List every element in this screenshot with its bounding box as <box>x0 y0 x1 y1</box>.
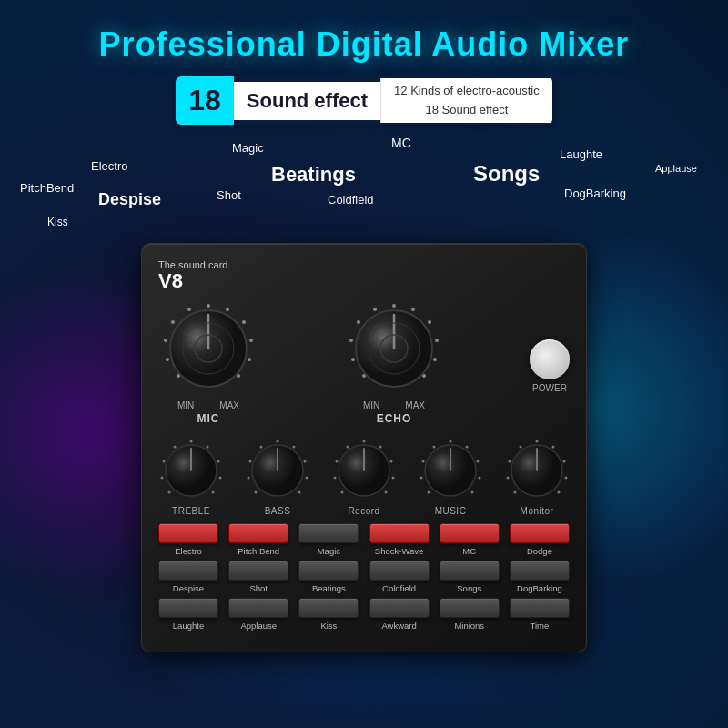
electro-btn-label: Electro <box>175 546 202 556</box>
btn-applause: Applause <box>228 598 288 631</box>
svg-point-55 <box>392 477 395 480</box>
svg-point-47 <box>248 477 250 480</box>
magic-pad[interactable] <box>298 523 359 543</box>
svg-point-78 <box>558 491 561 494</box>
label-songs: Songs <box>473 161 540 187</box>
dogbarking-pad[interactable] <box>510 561 570 581</box>
shot-pad[interactable] <box>228 561 288 581</box>
svg-point-15 <box>392 304 396 308</box>
echo-knob-dots <box>344 298 444 399</box>
time-btn-label: Time <box>531 621 550 631</box>
pitchbend-pad[interactable] <box>228 523 288 543</box>
label-applause: Applause <box>655 163 697 174</box>
echo-minmax-labels: MIN MAX <box>363 400 425 410</box>
shot-btn-label: Shot <box>249 583 268 593</box>
btn-songs: Songs <box>440 561 500 593</box>
record-label: Record <box>348 506 379 516</box>
btn-shot: Shot <box>228 561 288 593</box>
svg-point-71 <box>433 446 436 449</box>
time-pad[interactable] <box>510 598 570 618</box>
beatings-pad[interactable] <box>298 561 359 581</box>
btn-minions: Minions <box>440 598 500 631</box>
svg-point-34 <box>212 491 215 494</box>
mc-pad[interactable] <box>440 523 500 543</box>
coldfield-pad[interactable] <box>369 561 430 581</box>
label-mc: MC <box>391 136 411 150</box>
shockwave-pad[interactable] <box>369 523 430 543</box>
applause-btn-label: Applause <box>240 621 277 631</box>
mixer-device: The sound card V8 <box>141 243 587 652</box>
sound-badge: 18 Sound effect 12 Kinds of electro-acou… <box>176 76 552 125</box>
svg-point-23 <box>349 339 353 342</box>
svg-point-30 <box>190 440 193 443</box>
mic-knob-group: MIN MAX MIC <box>158 298 258 425</box>
svg-point-56 <box>385 491 388 494</box>
power-button[interactable] <box>530 339 570 379</box>
kiss-pad[interactable] <box>298 598 359 618</box>
svg-point-45 <box>298 491 301 494</box>
btn-coldfield: Coldfield <box>369 561 430 593</box>
btn-laughte: Laughte <box>158 598 218 631</box>
minions-pad[interactable] <box>440 598 500 618</box>
svg-point-2 <box>242 320 246 324</box>
despise-pad[interactable] <box>158 561 218 581</box>
svg-point-68 <box>428 491 430 494</box>
btn-beatings: Beatings <box>298 561 359 593</box>
svg-point-81 <box>509 460 511 463</box>
svg-point-69 <box>420 477 423 480</box>
svg-point-48 <box>249 460 252 463</box>
bass-knob: BASS <box>245 438 310 516</box>
svg-point-53 <box>379 446 382 449</box>
monitor-label: Monitor <box>521 506 554 516</box>
svg-point-16 <box>411 308 415 311</box>
buttons-section: Electro Pitch Bend Magic Shock-Wave MC <box>158 523 570 631</box>
mic-minmax-labels: MIN MAX <box>177 400 239 410</box>
label-electro: Electro <box>91 159 127 173</box>
kiss-btn-label: Kiss <box>320 621 337 631</box>
echo-label: ECHO <box>377 412 412 425</box>
echo-knob-svg <box>344 298 444 399</box>
btn-time: Time <box>510 598 570 631</box>
music-knob-svg <box>418 438 483 503</box>
shockwave-btn-label: Shock-Wave <box>375 546 424 556</box>
svg-point-64 <box>466 446 469 449</box>
floating-labels: Magic MC Electro PitchBend Beatings Song… <box>0 134 728 243</box>
btn-row-1: Electro Pitch Bend Magic Shock-Wave MC <box>158 523 570 556</box>
label-coldfield: Coldfield <box>328 193 374 207</box>
label-magic: Magic <box>232 141 264 155</box>
record-knob-svg <box>331 438 397 503</box>
svg-point-17 <box>428 320 431 324</box>
svg-point-63 <box>450 440 452 443</box>
record-knob: Record <box>331 438 397 516</box>
dodge-pad[interactable] <box>510 523 570 543</box>
btn-electro: Electro <box>158 523 218 556</box>
svg-point-18 <box>435 339 439 342</box>
svg-point-8 <box>164 339 167 342</box>
svg-point-32 <box>217 460 220 463</box>
treble-knob: TREBLE <box>158 438 224 516</box>
svg-point-76 <box>563 460 566 463</box>
svg-point-41 <box>277 440 279 443</box>
treble-knob-svg <box>158 438 224 503</box>
label-shot: Shot <box>217 188 241 202</box>
music-label: MUSIC <box>435 506 467 516</box>
monitor-knob-svg <box>504 438 570 503</box>
svg-point-77 <box>565 477 568 480</box>
svg-point-67 <box>471 491 474 494</box>
svg-point-10 <box>187 308 191 311</box>
svg-point-60 <box>347 446 349 449</box>
svg-point-3 <box>249 339 253 342</box>
svg-point-36 <box>161 477 164 480</box>
svg-point-46 <box>255 491 258 494</box>
svg-point-82 <box>520 446 522 449</box>
music-knob: MUSIC <box>418 438 483 516</box>
electro-pad[interactable] <box>158 523 218 543</box>
svg-point-44 <box>306 477 308 480</box>
awkward-pad[interactable] <box>369 598 430 618</box>
applause-pad[interactable] <box>228 598 288 618</box>
svg-point-59 <box>336 460 339 463</box>
power-label: POWER <box>532 383 567 393</box>
laughte-pad[interactable] <box>158 598 218 618</box>
songs-pad[interactable] <box>440 561 500 581</box>
echo-knob-group: MIN MAX ECHO <box>344 298 444 425</box>
